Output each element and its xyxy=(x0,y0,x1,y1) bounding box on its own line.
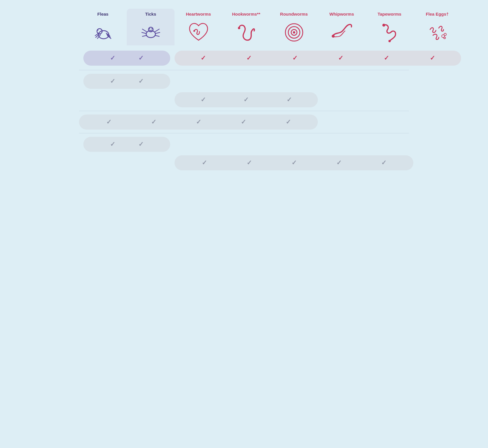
whipworm-icon xyxy=(329,19,355,45)
svg-point-29 xyxy=(444,33,446,36)
check-roundworm-4: ✓ xyxy=(291,159,297,167)
check-whipworm-1: ✓ xyxy=(338,54,343,62)
product-row-4: ✓ ✓ ✓ ✓ ✓ ✓ ✓ xyxy=(79,137,409,170)
roundworm-icon xyxy=(281,19,307,45)
product3-check-row: ✓ ✓ ✓ ✓ ✓ xyxy=(79,115,409,130)
heartworm-icon xyxy=(186,19,212,45)
check-roundworm-3: ✓ xyxy=(286,118,291,126)
check-fleas-4: ✓ xyxy=(110,141,115,148)
product2-fleas-ticks-pill: ✓ ✓ xyxy=(83,74,170,89)
product-row-2: ✓ ✓ ✓ ✓ ✓ xyxy=(79,74,409,107)
check-hookworm-3: ✓ xyxy=(241,118,246,126)
svg-point-24 xyxy=(293,31,295,34)
col-label-whipworms: Whipworms xyxy=(329,12,354,16)
col-heartworms: Heartworms xyxy=(175,9,222,45)
check-tapeworm-4: ✓ xyxy=(381,159,386,167)
tapeworm-icon xyxy=(377,19,403,45)
check-ticks-1: ✓ xyxy=(138,54,144,62)
product4-fleas-ticks-pill: ✓ ✓ xyxy=(83,137,170,152)
check-hookworm-2: ✓ xyxy=(243,96,249,104)
check-ticks-4: ✓ xyxy=(138,141,144,148)
product4-check-row-2: ✓ ✓ ✓ ✓ ✓ xyxy=(79,155,409,170)
check-heartworm-3: ✓ xyxy=(196,118,201,126)
col-flea-eggs: Flea Eggs† xyxy=(413,9,461,45)
svg-point-25 xyxy=(332,35,335,38)
product1-check-row: ✓ ✓ ✓ ✓ ✓ ✓ ✓ ✓ xyxy=(79,51,409,66)
check-fleas-2: ✓ xyxy=(110,78,115,85)
col-label-heartworms: Heartworms xyxy=(186,12,211,16)
col-hookworms: Hookworms** xyxy=(222,9,270,45)
divider-3 xyxy=(79,133,409,133)
col-label-tapeworms: Tapeworms xyxy=(377,12,401,16)
flea-eggs-icon xyxy=(424,19,450,45)
table-header: Fleas Tick xyxy=(79,9,409,45)
col-label-fleas: Fleas xyxy=(97,12,108,16)
product4-check-row-1: ✓ ✓ xyxy=(79,137,409,152)
svg-point-8 xyxy=(97,30,98,31)
divider-1 xyxy=(79,70,409,70)
check-heartworm-4: ✓ xyxy=(202,159,207,167)
svg-point-18 xyxy=(151,28,153,30)
svg-point-26 xyxy=(382,24,385,27)
svg-point-19 xyxy=(193,30,195,32)
svg-point-27 xyxy=(388,40,391,42)
col-tapeworms: Tapeworms xyxy=(366,9,413,45)
svg-point-17 xyxy=(149,28,150,30)
svg-line-11 xyxy=(142,29,147,32)
check-ticks-2: ✓ xyxy=(138,78,144,85)
svg-point-30 xyxy=(444,37,445,39)
check-ticks-3: ✓ xyxy=(151,118,156,126)
product-row-3: ✓ ✓ ✓ ✓ ✓ xyxy=(79,115,409,130)
col-whipworms: Whipworms xyxy=(318,9,366,45)
hookworm-icon xyxy=(233,19,259,45)
check-hookworm-4: ✓ xyxy=(247,159,252,167)
col-label-flea-eggs: Flea Eggs† xyxy=(426,12,449,16)
svg-point-20 xyxy=(238,27,240,29)
col-label-roundworms: Roundworms xyxy=(280,12,308,16)
product1-fleas-ticks-pill: ✓ ✓ xyxy=(83,51,170,66)
check-whipworm-4: ✓ xyxy=(336,159,342,167)
col-label-hookworms: Hookworms** xyxy=(232,12,260,16)
svg-line-14 xyxy=(155,29,159,32)
col-fleas: Fleas xyxy=(79,9,127,45)
check-fleaegg-1: ✓ xyxy=(430,54,435,62)
svg-line-12 xyxy=(142,32,146,34)
svg-line-15 xyxy=(155,32,160,34)
flea-icon xyxy=(90,19,116,45)
col-roundworms: Roundworms xyxy=(270,9,318,45)
check-hookworm-1: ✓ xyxy=(246,54,252,62)
check-roundworm-1: ✓ xyxy=(292,54,298,62)
col-label-ticks: Ticks xyxy=(145,12,156,16)
check-fleas-1: ✓ xyxy=(110,54,115,62)
check-heartworm-1: ✓ xyxy=(201,54,206,62)
product-row-1: ✓ ✓ ✓ ✓ ✓ ✓ ✓ ✓ xyxy=(79,51,409,66)
check-tapeworm-1: ✓ xyxy=(384,54,389,62)
divider-2 xyxy=(79,111,409,111)
comparison-table: Fleas Tick xyxy=(79,9,409,174)
product2-check-row-1: ✓ ✓ xyxy=(79,74,409,89)
check-heartworm-2: ✓ xyxy=(201,96,206,104)
col-ticks: Ticks xyxy=(127,9,175,45)
check-fleas-3: ✓ xyxy=(106,118,111,126)
product2-check-row-2: ✓ ✓ ✓ xyxy=(79,92,409,107)
svg-point-10 xyxy=(148,27,153,32)
check-roundworm-2: ✓ xyxy=(287,96,292,104)
tick-icon xyxy=(138,19,164,45)
